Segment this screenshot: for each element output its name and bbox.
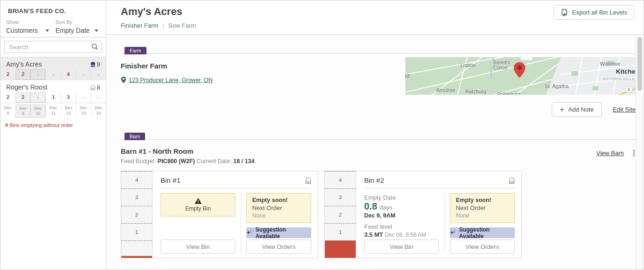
show-filter: Show Customers (6, 19, 51, 37)
edit-site-link[interactable]: Edit Site (613, 106, 636, 113)
feed-level-value: 3.5 MT (364, 231, 383, 238)
farm-actions: + Add Note Edit Site (552, 102, 636, 117)
grid-legend: # Bins emptying without order (0, 120, 106, 131)
suggestion-available-banner[interactable]: Suggestion Available (246, 227, 311, 238)
next-order-value: None (252, 212, 305, 219)
vertical-scrollbar[interactable] (636, 35, 644, 270)
grid-cell: 1 (45, 92, 60, 103)
grid-cell: 2 (15, 92, 30, 103)
show-dropdown[interactable]: Customers (6, 27, 51, 34)
empty-bin-label: Empty Bin (185, 205, 211, 212)
add-note-button[interactable]: + Add Note (552, 102, 602, 117)
date-cell: Dec13 (76, 105, 91, 118)
map-label: Waterloo (600, 61, 621, 67)
suggestion-available-banner[interactable]: Suggestion Available (450, 227, 515, 238)
date-cell: Dec8 (0, 105, 15, 118)
barn-section-badge: Barn (124, 133, 145, 140)
grid-cell: 2 (15, 69, 30, 80)
bin-empty-grid: 2 2 - - 4 - - (0, 69, 106, 80)
map-label: Corner (493, 65, 508, 70)
empty-soon-warning: Empty soon! Next Order None (246, 193, 311, 223)
suggestion-label: Suggestion Available (256, 226, 311, 240)
map-label: Hill (405, 73, 410, 79)
date-cell: Dec14 (91, 105, 106, 118)
map-label: Lisbon (461, 62, 476, 68)
date-cell: Dec11 (45, 105, 60, 118)
kebab-menu-icon[interactable] (632, 149, 636, 157)
search-input[interactable] (4, 41, 102, 53)
date-cell: Dec9 (15, 105, 30, 118)
farm-address-link[interactable]: 123 Producer Lane, Grower, ON (129, 77, 212, 83)
feed-budget-label: Feed Budget: (121, 158, 156, 165)
empty-soon-warning: Empty soon! Next Order None (450, 193, 515, 223)
farm-section: Farm Finisher Farm 123 Producer Lane, Gr… (121, 53, 636, 133)
gauge-level: 1 (325, 223, 356, 240)
show-label: Show (6, 19, 51, 25)
export-button-label: Export all Bin Levels (572, 9, 627, 16)
tab-sow-farm[interactable]: Sow Farm (168, 22, 196, 29)
export-bin-levels-button[interactable]: Export all Bin Levels (554, 5, 634, 20)
map-marker-icon (513, 62, 526, 79)
empty-bin-warning: Empty Bin (161, 193, 235, 217)
customer-name: Roger's Roost (6, 83, 47, 91)
bin-cards: 4 3 2 1 Bin #1 (121, 171, 636, 258)
empty-date-value: Dec 9, 9AM (364, 212, 439, 219)
grid-cell: - (91, 92, 106, 103)
date-cell: Dec12 (61, 105, 76, 118)
tab-separator: | (162, 22, 164, 29)
date-header-row: Dec8 Dec9 Dec10 Dec11 Dec12 Dec13 Dec14 (0, 103, 106, 120)
grid-cell: 4 (61, 69, 76, 80)
empty-date-label: Empty Date (364, 194, 439, 201)
gauge-level: 4 (325, 171, 356, 188)
main-header: Amy's Acres Finisher Farm | Sow Farm Exp… (106, 0, 644, 35)
view-bin-button[interactable]: View Bin (161, 240, 235, 254)
gauge-level-empty (121, 240, 152, 258)
sparkle-icon (450, 230, 456, 236)
silo-icon (90, 84, 95, 90)
tab-finisher-farm[interactable]: Finisher Farm (121, 22, 158, 29)
sort-dropdown[interactable]: Empty Date (56, 27, 101, 34)
next-order-label: Next Order (456, 204, 509, 211)
barn-section: Barn Barn #1 - North Room Feed Budget: P… (121, 139, 636, 258)
map-route-shield: 8 (625, 87, 632, 92)
customer-list: Amy's Acres 9 2 2 - - 4 - - (0, 57, 106, 131)
view-orders-button[interactable]: View Orders (246, 240, 311, 254)
silo-icon (90, 61, 95, 68)
sidebar: BRIAN'S FEED CO. Show Customers Sort By … (0, 0, 106, 270)
feed-level-time: Dec 08, 9:56 AM (385, 232, 426, 238)
grid-cell: - (30, 69, 45, 80)
next-order-label: Next Order (252, 204, 305, 211)
column-divider (241, 193, 241, 254)
export-document-icon (561, 9, 568, 16)
view-barn-link[interactable]: View Barn (596, 150, 624, 157)
grid-cell: 3 (61, 92, 76, 103)
suggestion-label: Suggestion Available (459, 226, 515, 240)
add-note-label: Add Note (568, 106, 593, 113)
gauge-fill-critical (325, 240, 356, 258)
bin-count: 8 (90, 84, 100, 91)
bin-card-2: 4 3 2 1 Bin #2 (324, 171, 522, 258)
farm-section-badge: Farm (124, 47, 146, 54)
show-dropdown-value: Customers (6, 27, 38, 34)
current-date-label: Current Date: (197, 158, 232, 165)
empty-soon-title: Empty soon! (252, 197, 305, 203)
silo-icon (509, 177, 515, 184)
gauge-level: 3 (121, 188, 152, 206)
barn-name: Barn #1 - North Room (121, 140, 636, 155)
map-label: Philipsburg (497, 92, 520, 95)
empty-days-value: 0.8 (364, 201, 377, 212)
customer-row-amys-acres[interactable]: Amy's Acres 9 2 2 - - 4 - - (0, 57, 106, 80)
grid-cell: 2 (0, 69, 15, 80)
customer-row-rogers-roost[interactable]: Roger's Roost 8 2 2 - 1 3 - - (0, 80, 106, 103)
map-preview[interactable]: Hill Lisbon Berlett's Corner Amulree Rat… (405, 57, 636, 95)
grid-cell: - (30, 92, 45, 103)
chevron-down-icon (95, 30, 98, 32)
view-orders-button[interactable]: View Orders (450, 240, 515, 254)
map-label: Kitchener (616, 68, 636, 75)
warning-icon (195, 198, 202, 204)
view-bin-button[interactable]: View Bin (364, 240, 439, 254)
search-icon (91, 43, 99, 51)
gauge-level: 2 (121, 206, 152, 223)
scrollbar-thumb[interactable] (637, 37, 642, 91)
sort-dropdown-value: Empty Date (56, 27, 90, 34)
